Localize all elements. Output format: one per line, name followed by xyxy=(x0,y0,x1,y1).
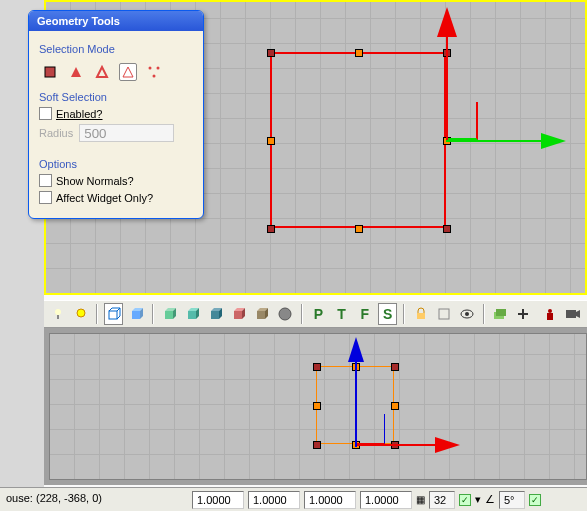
vertex-mid[interactable] xyxy=(267,137,275,145)
svg-rect-28 xyxy=(417,313,425,319)
plus-icon[interactable] xyxy=(514,303,533,325)
coord-2-input[interactable] xyxy=(248,491,300,509)
radius-input[interactable] xyxy=(79,124,174,142)
grid-input[interactable] xyxy=(429,491,455,509)
coord-4-input[interactable] xyxy=(360,491,412,509)
svg-point-36 xyxy=(548,309,552,313)
angle-icon: ∠ xyxy=(485,493,495,506)
cube-solid-icon[interactable] xyxy=(127,303,146,325)
cube-brown-icon[interactable] xyxy=(253,303,272,325)
camera-icon[interactable] xyxy=(564,303,583,325)
light-icon[interactable] xyxy=(48,303,67,325)
svg-rect-11 xyxy=(132,311,140,319)
arrow-z-icon xyxy=(348,337,364,362)
svg-rect-40 xyxy=(45,67,55,77)
svg-rect-3 xyxy=(109,311,117,319)
sel-face-icon[interactable] xyxy=(119,63,137,81)
viewport-bottom[interactable] xyxy=(49,333,587,480)
cube-teal-icon[interactable] xyxy=(183,303,202,325)
gizmo-x-axis[interactable] xyxy=(446,140,546,142)
mode-p-button[interactable]: P xyxy=(309,303,328,325)
affect-widget-checkbox[interactable] xyxy=(39,191,52,204)
svg-rect-33 xyxy=(496,309,506,316)
radius-row: Radius xyxy=(39,124,193,142)
mode-s-button[interactable]: S xyxy=(378,303,397,325)
sel-element-icon[interactable] xyxy=(145,63,163,81)
vertex-mid[interactable] xyxy=(313,402,321,410)
gizmo-plane-icon[interactable] xyxy=(448,102,478,140)
svg-rect-29 xyxy=(439,309,449,319)
angle-input[interactable] xyxy=(499,491,525,509)
viewport-bottom-wrap xyxy=(44,328,587,485)
svg-point-46 xyxy=(153,75,156,78)
snap-grid-checkbox[interactable]: ✓ xyxy=(459,494,471,506)
svg-marker-42 xyxy=(97,67,107,77)
show-normals-row[interactable]: Show Normals? xyxy=(39,174,193,187)
vertex-mid[interactable] xyxy=(355,49,363,57)
selection-box[interactable] xyxy=(270,52,446,228)
person-icon[interactable] xyxy=(541,303,560,325)
arrow-x-icon xyxy=(541,133,566,149)
options-label: Options xyxy=(39,158,193,170)
sel-object-icon[interactable] xyxy=(41,63,59,81)
svg-rect-12 xyxy=(165,311,173,319)
svg-rect-1 xyxy=(57,315,59,319)
mouse-coords: ouse: (228, -368, 0) xyxy=(2,491,132,509)
eye-icon[interactable] xyxy=(458,303,477,325)
separator xyxy=(403,304,405,324)
separator xyxy=(152,304,154,324)
svg-point-44 xyxy=(149,67,152,70)
grid-icon: ▦ xyxy=(416,494,425,505)
arrow-y-icon xyxy=(437,7,457,37)
svg-rect-21 xyxy=(234,311,242,319)
cube-red-icon[interactable] xyxy=(230,303,249,325)
svg-rect-18 xyxy=(211,311,219,319)
vertex-mid[interactable] xyxy=(391,402,399,410)
geometry-tools-panel: Geometry Tools Selection Mode Soft Selec… xyxy=(28,10,204,219)
coord-1-input[interactable] xyxy=(192,491,244,509)
soft-selection-label: Soft Selection xyxy=(39,91,193,103)
radius-label: Radius xyxy=(39,127,73,139)
vertex[interactable] xyxy=(267,49,275,57)
show-normals-checkbox[interactable] xyxy=(39,174,52,187)
svg-point-0 xyxy=(55,309,61,315)
svg-rect-37 xyxy=(547,313,553,320)
lock-icon[interactable] xyxy=(411,303,430,325)
gizmo-x-axis-2[interactable] xyxy=(355,444,440,446)
vertex[interactable] xyxy=(313,363,321,371)
cube-wire-icon[interactable] xyxy=(104,303,123,325)
affect-widget-label: Affect Widget Only? xyxy=(56,192,153,204)
vertex[interactable] xyxy=(391,363,399,371)
bulb-icon[interactable] xyxy=(71,303,90,325)
vertex[interactable] xyxy=(267,225,275,233)
svg-marker-43 xyxy=(123,67,133,77)
svg-point-31 xyxy=(465,312,469,316)
svg-point-45 xyxy=(157,67,160,70)
sel-edge-icon[interactable] xyxy=(93,63,111,81)
coord-3-input[interactable] xyxy=(304,491,356,509)
vertex[interactable] xyxy=(313,441,321,449)
svg-point-27 xyxy=(279,308,291,320)
statusbar: ouse: (228, -368, 0) ▦ ✓ ▾ ∠ ✓ xyxy=(0,487,587,511)
gizmo-plane-icon[interactable] xyxy=(357,414,385,444)
enabled-row[interactable]: Enabled? xyxy=(39,107,193,120)
mode-f-button[interactable]: F xyxy=(355,303,374,325)
svg-rect-15 xyxy=(188,311,196,319)
layer-icon[interactable] xyxy=(491,303,510,325)
sphere-icon[interactable] xyxy=(276,303,295,325)
vertex-mid[interactable] xyxy=(355,225,363,233)
box-icon[interactable] xyxy=(434,303,453,325)
arrow-x-icon xyxy=(435,437,460,453)
snap-angle-checkbox[interactable]: ✓ xyxy=(529,494,541,506)
separator xyxy=(483,304,485,324)
vertex[interactable] xyxy=(443,225,451,233)
affect-widget-row[interactable]: Affect Widget Only? xyxy=(39,191,193,204)
panel-title[interactable]: Geometry Tools xyxy=(29,11,203,31)
svg-point-2 xyxy=(77,309,85,317)
mode-t-button[interactable]: T xyxy=(332,303,351,325)
enabled-checkbox[interactable] xyxy=(39,107,52,120)
svg-rect-38 xyxy=(566,310,576,318)
sel-vertex-icon[interactable] xyxy=(67,63,85,81)
cube-green-icon[interactable] xyxy=(160,303,179,325)
cube-dark-icon[interactable] xyxy=(207,303,226,325)
